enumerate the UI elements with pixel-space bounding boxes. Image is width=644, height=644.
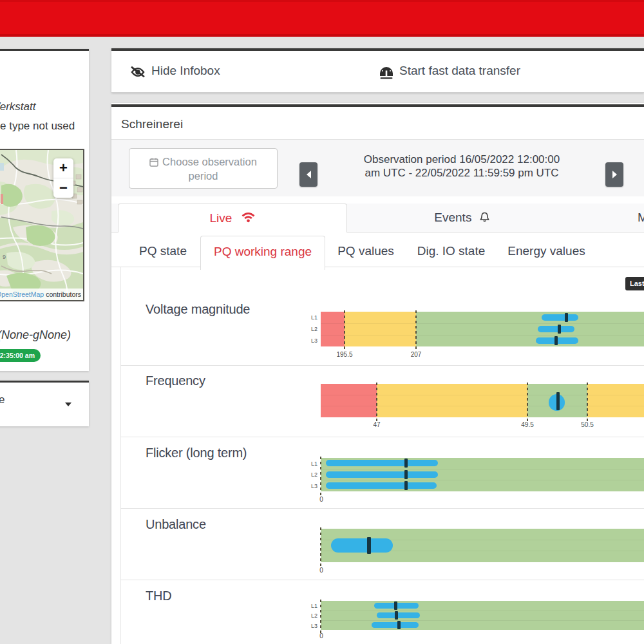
svg-text:9: 9 (3, 254, 6, 260)
